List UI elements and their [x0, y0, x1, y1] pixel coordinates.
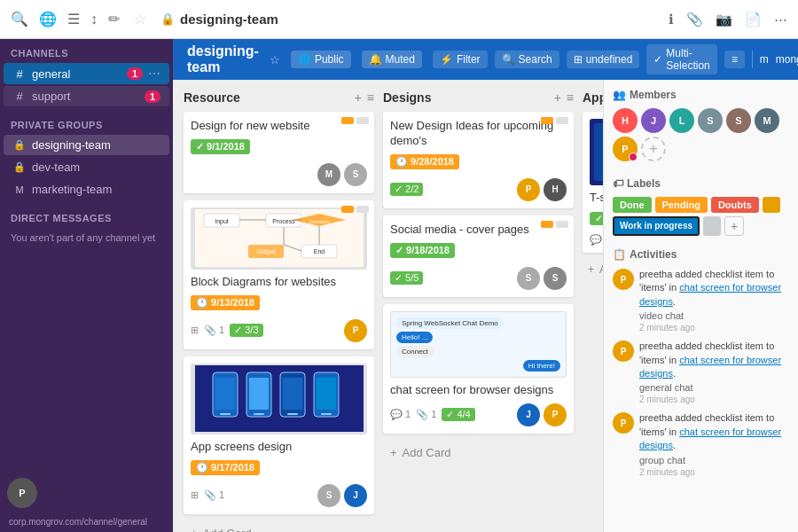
board-title: designing-team [187, 43, 259, 75]
card-d2[interactable]: Social media - cover pages ✓ 9/18/2018 ✓… [383, 215, 574, 297]
dm-note: You aren't part of any channel yet [0, 227, 173, 248]
sidebar-item-designing-team[interactable]: 🔒 designing-team [4, 135, 169, 155]
sort-icon[interactable]: ↕ [90, 12, 98, 27]
globe-icon[interactable]: 🌐 [39, 11, 57, 27]
add-card-icon[interactable]: + [355, 90, 362, 105]
activity-text-2: preetha added checklist item to 'items' … [639, 340, 789, 380]
muted-label: Muted [386, 53, 415, 66]
multiselect-btn[interactable]: ✓ Multi-Selection [646, 44, 717, 74]
add-label-btn[interactable]: + [724, 216, 744, 236]
member-m[interactable]: M [755, 108, 779, 133]
lock-small-icon: 🔒 [12, 161, 27, 173]
svg-rect-18 [215, 378, 235, 410]
sidebar: Channels # general 1 ⋯ # support 1 Priva… [0, 39, 173, 532]
mute-icon: 🔔 [369, 53, 382, 66]
member-l[interactable]: L [669, 108, 694, 133]
svg-rect-30 [594, 123, 603, 181]
label-gray[interactable] [703, 216, 721, 236]
activity-text-1: preetha added checklist item to 'items' … [639, 268, 789, 309]
svg-text:Output: Output [256, 248, 275, 255]
card-color-strip [541, 221, 568, 228]
mongrov-label: m [760, 53, 769, 66]
label-orange[interactable] [763, 197, 780, 213]
sidebar-item-general[interactable]: # general 1 ⋯ [4, 63, 169, 84]
labels-row-2: Work in progress + [613, 216, 789, 236]
list-icon[interactable]: ☰ [67, 11, 80, 27]
flowchart-svg: Input Process Decision Output [195, 209, 364, 267]
doc-icon[interactable]: 📄 [745, 12, 762, 27]
label-done[interactable]: Done [613, 197, 652, 213]
card-a1[interactable]: Adv Image Team [583, 112, 603, 253]
add-card-icon[interactable]: + [554, 90, 561, 105]
gray-dot [556, 117, 568, 124]
board-content: Resource + ≡ Design for new website [173, 80, 798, 532]
member-s1[interactable]: S [698, 108, 723, 133]
member-s2[interactable]: S [726, 108, 751, 133]
label-doubts[interactable]: Doubts [711, 197, 759, 213]
more-icon[interactable]: ⋯ [774, 12, 787, 27]
orange-dot [341, 117, 354, 124]
sidebar-item-dev-team[interactable]: 🔒 dev-team [4, 157, 169, 177]
activity-link-1[interactable]: chat screen for browser designs [639, 282, 781, 306]
label-pending[interactable]: Pending [655, 197, 708, 213]
card-d3[interactable]: Spring WebSocket Chat Demo Hello! ... Co… [383, 304, 574, 434]
sidebar-item-support[interactable]: # support 1 [4, 86, 169, 106]
activity-link-3[interactable]: chat screen for browser designs [639, 426, 781, 450]
activity-detail-1: video chat [639, 310, 789, 321]
menu-btn[interactable]: ≡ [724, 51, 745, 68]
lock-small-icon: M [12, 184, 27, 195]
card-color-strip [341, 206, 369, 213]
card-r3[interactable]: App screens design 🕐 9/17/2018 ⊞ 📎 1 S J [184, 356, 374, 514]
undefined-btn[interactable]: ⊞ undefined [567, 51, 640, 68]
add-member-btn[interactable]: + [641, 137, 666, 161]
muted-btn[interactable]: 🔔 Muted [362, 51, 422, 68]
card-d1[interactable]: New Design Ideas for upcoming demo's 🕐 9… [383, 112, 574, 208]
star-icon[interactable]: ☆ [134, 11, 146, 27]
card-date-d2: ✓ 9/18/2018 [390, 243, 455, 258]
card-avatars-r3: S J [317, 484, 367, 507]
avatar-s: S [517, 267, 540, 290]
chat-bubble-2: Hello! ... [396, 332, 433, 343]
chat-bubble-3: Connect [396, 346, 434, 357]
label-wip[interactable]: Work in progress [613, 216, 700, 236]
paperclip-icon[interactable]: 📎 [686, 12, 703, 27]
activity-time-1: 2 minutes ago [639, 323, 789, 332]
column-menu-icon[interactable]: ≡ [367, 90, 374, 105]
card-r2[interactable]: Input Process Decision Output [184, 200, 374, 349]
sidebar-item-label: designing-team [32, 138, 160, 152]
main-layout: Channels # general 1 ⋯ # support 1 Priva… [0, 39, 798, 532]
card-r1[interactable]: Design for new website ✓ 9/1/2018 M S [184, 112, 374, 193]
labels-title: 🏷 Labels [613, 177, 789, 190]
camera-icon[interactable]: 📷 [716, 12, 732, 27]
search-btn[interactable]: 🔍 Search [495, 51, 559, 68]
card-date-r3: 🕐 9/17/2018 [191, 460, 260, 475]
stat-paperclip2: 📎 1 [204, 489, 224, 501]
chat-bubble-4: Hi there! [523, 360, 560, 372]
member-p[interactable]: P [613, 137, 638, 161]
add-card-approvals[interactable]: + Add Card [583, 260, 603, 279]
topbar: 🔍 🌐 ☰ ↕ ✏ ☆ 🔒 designing-team ℹ 📎 📷 📄 ⋯ [0, 0, 798, 39]
stat-check-d1: ✓ 2/2 [390, 183, 423, 196]
add-card-resource[interactable]: + Add Card [184, 521, 374, 532]
member-h[interactable]: H [613, 108, 638, 133]
card-footer-r1: M S [191, 163, 367, 186]
add-card-designs[interactable]: + Add Card [383, 441, 574, 465]
topbar-left-icons: 🔍 🌐 ☰ ↕ ✏ [11, 11, 120, 27]
lock-small-icon: 🔒 [12, 139, 27, 151]
svg-text:End: End [313, 248, 325, 254]
public-btn[interactable]: 🌐 Public [291, 51, 351, 68]
info-icon[interactable]: ℹ [669, 12, 674, 27]
filter-btn[interactable]: ⚡ Filter [433, 51, 488, 68]
svg-rect-24 [283, 378, 302, 410]
sidebar-item-marketing-team[interactable]: M marketing-team [4, 179, 169, 200]
more-dots-icon[interactable]: ⋯ [148, 66, 160, 81]
search-icon: 🔍 [502, 53, 515, 66]
svg-rect-27 [317, 378, 336, 410]
search-icon[interactable]: 🔍 [11, 11, 28, 27]
user-avatar[interactable]: P [7, 478, 37, 508]
edit-icon[interactable]: ✏ [108, 11, 120, 27]
activity-link-2[interactable]: chat screen for browser designs [639, 355, 781, 379]
board-star-icon[interactable]: ☆ [270, 53, 280, 66]
column-menu-icon[interactable]: ≡ [567, 90, 574, 105]
member-j[interactable]: J [641, 108, 666, 133]
